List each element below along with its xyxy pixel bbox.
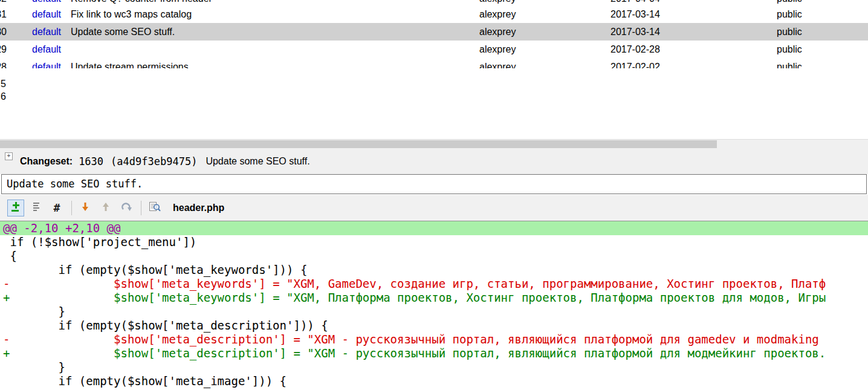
- branch-label: default: [8, 5, 70, 23]
- diff-line-added: + $show['meta_description'] = "XGM - рус…: [0, 346, 868, 360]
- table-row[interactable]: 1631 default Fix link to wc3 maps catalo…: [0, 5, 868, 23]
- diff-line-context: if (empty($show['meta_keywords'])) {: [0, 263, 868, 277]
- author: alexprey: [479, 0, 611, 5]
- file-list-icon: [32, 201, 40, 215]
- current-filename: header.php: [173, 203, 224, 213]
- next-diff-icon: [80, 201, 91, 215]
- rev-number: 1629: [0, 41, 8, 58]
- branch-label: default: [8, 23, 70, 41]
- author: alexprey: [479, 41, 611, 58]
- commit-summary: Fix link to wc3 maps catalog: [70, 5, 479, 23]
- diff-line-context: if (empty($show['meta_image'])) {: [0, 374, 868, 388]
- toolbar-separator: [141, 201, 141, 215]
- diff-line-removed: - $show['meta_description'] = "XGM - рус…: [0, 333, 868, 346]
- redo-icon: [121, 201, 132, 215]
- date: 2017-04-04: [611, 0, 777, 5]
- table-row[interactable]: 1629 default alexprey 2017-02-28 public: [0, 41, 868, 58]
- goto-line-button[interactable]: #: [48, 200, 65, 216]
- rev-number: 1631: [0, 5, 8, 23]
- diff-line-removed: - $show['meta_keywords'] = "XGM, GameDev…: [0, 277, 868, 291]
- diff-mode-button[interactable]: [7, 200, 24, 216]
- commit-summary: [70, 41, 479, 58]
- diff-line-context: if (empty($show['meta_description'])) {: [0, 319, 868, 333]
- next-diff-button[interactable]: [77, 200, 94, 216]
- expander-icon[interactable]: +: [5, 152, 13, 160]
- annotate-file-icon: [149, 201, 161, 215]
- branch-label: default: [8, 41, 70, 58]
- commit-summary: Remove Q? counter from header: [70, 0, 479, 5]
- date: 2017-03-14: [611, 5, 777, 23]
- phase: public: [777, 58, 868, 68]
- diff-line-added: + $show['meta_keywords'] = "XGM, Платфор…: [0, 291, 868, 305]
- scrollbar-thumb[interactable]: [0, 140, 717, 148]
- diff-line-context: {: [0, 249, 868, 263]
- prev-diff-button[interactable]: [97, 200, 114, 216]
- tortoisehg-workbench: 1632 default Remove Q? counter from head…: [0, 0, 868, 390]
- author: alexprey: [479, 58, 611, 68]
- prev-diff-icon: [100, 201, 111, 215]
- changeset-list: 1632 default Remove Q? counter from head…: [0, 0, 868, 68]
- horizontal-scrollbar[interactable]: [0, 139, 868, 148]
- date: 2017-02-28: [611, 41, 777, 58]
- table-row[interactable]: 1628 default Update stream permissions a…: [0, 58, 868, 68]
- author: alexprey: [479, 23, 611, 41]
- branch-label: default: [8, 0, 70, 5]
- diff-line-context: }: [0, 305, 868, 319]
- date: 2017-02-02: [611, 58, 777, 68]
- file-list-button[interactable]: [28, 200, 45, 216]
- phase: public: [777, 23, 868, 41]
- changeset-rev: 1630: [79, 155, 103, 167]
- clipped-rev-digit: 5: [1, 79, 6, 89]
- file-toolbar: #: [0, 195, 868, 221]
- phase: public: [777, 0, 868, 5]
- hash-icon: #: [54, 201, 60, 214]
- date: 2017-03-14: [611, 23, 777, 41]
- table-row-selected[interactable]: 1630 default Update some SEO stuff. alex…: [0, 23, 868, 41]
- commit-summary: Update some SEO stuff.: [70, 23, 479, 41]
- phase: public: [777, 5, 868, 23]
- diff-mode-icon: [10, 201, 21, 215]
- rev-number: 1632: [0, 0, 8, 5]
- commit-summary: Update stream permissions: [70, 58, 479, 68]
- table-row-clipped: 1628 default Update stream permissions a…: [0, 58, 868, 68]
- changeset-hash: (a4d9f3eb9475): [111, 155, 197, 167]
- changeset-label: Changeset:: [20, 156, 73, 167]
- redo-button[interactable]: [118, 200, 135, 216]
- branch-label: default: [8, 58, 70, 68]
- table-row-clipped: 1632 default Remove Q? counter from head…: [0, 0, 868, 5]
- changeset-header: + Changeset: 1630 (a4d9f3eb9475) Update …: [0, 148, 868, 174]
- phase: public: [777, 41, 868, 58]
- rev-number: 1630: [0, 23, 8, 41]
- table-row[interactable]: 1632 default Remove Q? counter from head…: [0, 0, 868, 5]
- diff-view[interactable]: @@ -2,10 +2,10 @@ if (!$show['project_me…: [0, 221, 868, 390]
- toolbar-separator: [71, 201, 72, 215]
- changeset-summary: Update some SEO stuff.: [206, 156, 309, 167]
- commit-message-box[interactable]: Update some SEO stuff.: [1, 174, 867, 194]
- diff-line-context: }: [0, 360, 868, 374]
- annotate-file-button[interactable]: [146, 200, 163, 216]
- clipped-rev-digit: 6: [1, 91, 6, 102]
- diff-line-context: if (!$show['project_menu']): [0, 235, 868, 249]
- rev-number: 1628: [0, 58, 8, 68]
- author: alexprey: [479, 5, 611, 23]
- hunk-header: @@ -2,10 +2,10 @@: [0, 221, 868, 235]
